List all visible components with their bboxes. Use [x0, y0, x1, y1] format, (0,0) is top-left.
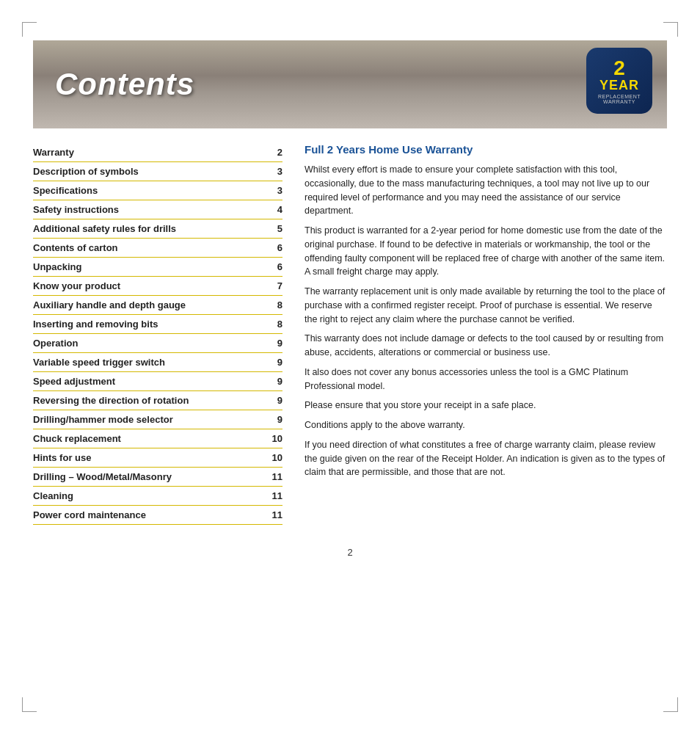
toc-item[interactable]: Know your product7	[33, 277, 282, 296]
warranty-badge-replacement: REPLACEMENT WARRANTY	[592, 94, 646, 104]
corner-mark-tl	[22, 22, 37, 37]
toc-column: Warranty2Description of symbols3Specific…	[33, 143, 282, 525]
toc-item-label: Warranty	[33, 147, 268, 158]
toc-item[interactable]: Warranty2	[33, 143, 282, 162]
toc-item-label: Variable speed trigger switch	[33, 357, 268, 368]
toc-item-label: Additional safety rules for drills	[33, 223, 268, 234]
toc-item-page: 6	[268, 242, 282, 253]
toc-item-page: 5	[268, 223, 282, 234]
content-area: Warranty2Description of symbols3Specific…	[33, 143, 667, 525]
toc-item[interactable]: Auxiliary handle and depth gauge8	[33, 296, 282, 315]
toc-item-page: 11	[268, 490, 282, 501]
toc-item-page: 9	[268, 338, 282, 349]
toc-item-page: 7	[268, 280, 282, 291]
corner-mark-br	[663, 697, 678, 712]
warranty-paragraph: If you need direction of what constitute…	[305, 438, 667, 479]
toc-item[interactable]: Drilling – Wood/Metal/Masonry11	[33, 468, 282, 487]
toc-item[interactable]: Contents of carton6	[33, 239, 282, 258]
warranty-paragraph: It also does not cover any bonus accesso…	[305, 366, 667, 393]
toc-item-label: Know your product	[33, 280, 268, 291]
toc-item-label: Hints for use	[33, 452, 268, 463]
page-title: Contents	[55, 67, 194, 102]
toc-item[interactable]: Additional safety rules for drills5	[33, 219, 282, 239]
warranty-column: Full 2 Years Home Use Warranty Whilst ev…	[305, 143, 667, 525]
corner-mark-bl	[22, 697, 37, 712]
toc-item-label: Drilling/hammer mode selector	[33, 414, 268, 425]
toc-item-label: Operation	[33, 338, 268, 349]
toc-item[interactable]: Cleaning11	[33, 487, 282, 506]
toc-item-page: 10	[268, 433, 282, 444]
page-number: 2	[0, 547, 700, 558]
toc-item[interactable]: Chuck replacement10	[33, 429, 282, 448]
toc-item-page: 9	[268, 357, 282, 368]
toc-item[interactable]: Power cord maintenance11	[33, 506, 282, 525]
toc-item[interactable]: Variable speed trigger switch9	[33, 353, 282, 372]
toc-item-label: Chuck replacement	[33, 433, 268, 444]
toc-item-label: Auxiliary handle and depth gauge	[33, 299, 268, 310]
toc-item-page: 8	[268, 319, 282, 330]
toc-item-label: Safety instructions	[33, 204, 268, 215]
toc-item-label: Inserting and removing bits	[33, 319, 268, 330]
warranty-paragraph: Whilst every effort is made to ensure yo…	[305, 163, 667, 218]
warranty-paragraph: This product is warranted for a 2-year p…	[305, 224, 667, 279]
toc-item[interactable]: Inserting and removing bits8	[33, 315, 282, 334]
warranty-paragraph: This warranty does not include damage or…	[305, 332, 667, 360]
toc-item-label: Contents of carton	[33, 242, 268, 253]
toc-item-label: Reversing the direction of rotation	[33, 395, 268, 406]
toc-item-label: Speed adjustment	[33, 376, 268, 387]
toc-item[interactable]: Description of symbols3	[33, 162, 282, 181]
toc-item-page: 10	[268, 452, 282, 463]
toc-item-page: 3	[268, 166, 282, 177]
toc-item-label: Description of symbols	[33, 166, 268, 177]
warranty-badge-number: 2	[613, 58, 625, 79]
toc-item-page: 9	[268, 414, 282, 425]
toc-item-label: Drilling – Wood/Metal/Masonry	[33, 471, 268, 482]
toc-item-page: 9	[268, 376, 282, 387]
toc-item-label: Unpacking	[33, 261, 268, 272]
toc-item-page: 9	[268, 395, 282, 406]
toc-item[interactable]: Operation9	[33, 334, 282, 353]
warranty-title: Full 2 Years Home Use Warranty	[305, 143, 667, 156]
toc-item[interactable]: Drilling/hammer mode selector9	[33, 410, 282, 429]
toc-item-page: 2	[268, 147, 282, 158]
toc-item[interactable]: Specifications3	[33, 181, 282, 200]
warranty-paragraph: Please ensure that you store your receip…	[305, 399, 667, 413]
toc-item[interactable]: Reversing the direction of rotation9	[33, 391, 282, 410]
toc-item-page: 11	[268, 509, 282, 520]
toc-item-page: 6	[268, 261, 282, 272]
toc-item[interactable]: Safety instructions4	[33, 200, 282, 219]
toc-item[interactable]: Hints for use10	[33, 448, 282, 468]
toc-item-label: Specifications	[33, 185, 268, 196]
corner-mark-tr	[663, 22, 678, 37]
toc-item-page: 8	[268, 299, 282, 310]
toc-item-page: 3	[268, 185, 282, 196]
toc-item-label: Power cord maintenance	[33, 509, 268, 520]
toc-item[interactable]: Speed adjustment9	[33, 372, 282, 391]
warranty-badge: 2 YEAR REPLACEMENT WARRANTY	[586, 48, 652, 114]
toc-item-page: 11	[268, 471, 282, 482]
toc-item[interactable]: Unpacking6	[33, 258, 282, 277]
toc-item-label: Cleaning	[33, 490, 268, 501]
warranty-badge-year: YEAR	[599, 79, 639, 92]
warranty-paragraph: Conditions apply to the above warranty.	[305, 418, 667, 432]
toc-item-page: 4	[268, 204, 282, 215]
header-banner: Contents 2 YEAR REPLACEMENT WARRANTY	[33, 40, 667, 128]
warranty-paragraph: The warranty replacement unit is only ma…	[305, 285, 667, 326]
